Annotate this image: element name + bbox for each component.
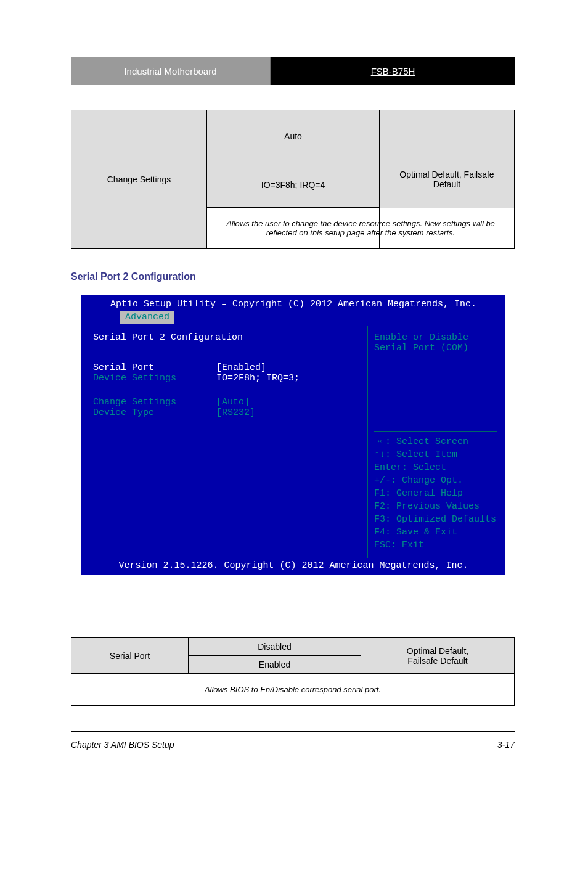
bios-item-value: [RS232] — [216, 407, 255, 418]
table1-description: Allows the user to change the device res… — [207, 208, 515, 249]
bios-item-label: Serial Port — [93, 362, 216, 373]
bios-tab-advanced[interactable]: Advanced — [120, 311, 174, 324]
bios-screen: Aptio Setup Utility – Copyright (C) 2012… — [81, 295, 505, 575]
bios-footer: Version 2.15.1226. Copyright (C) 2012 Am… — [83, 558, 504, 573]
page-header: Industrial Motherboard FSB-B75H — [71, 57, 515, 85]
bios-item-label: Device Type — [93, 407, 216, 418]
header-right-label: FSB-B75H — [271, 57, 515, 85]
bios-key-line: F2: Previous Values — [374, 500, 497, 513]
table2-setting-name: Serial Port — [71, 638, 189, 674]
footer-chapter: Chapter 3 AMI BIOS Setup — [71, 740, 174, 750]
table2-option-disabled: Disabled — [189, 638, 361, 656]
table1-option-auto: Auto — [207, 110, 380, 162]
table2-description: Allows BIOS to En/Disable correspond ser… — [71, 674, 515, 706]
bios-key-line: F3: Optimized Defaults — [374, 513, 497, 526]
section-heading-serial-port-2: Serial Port 2 Configuration — [71, 271, 196, 282]
bios-help-panel: Enable or Disable Serial Port (COM) →←: … — [368, 326, 504, 558]
bios-main-panel: Serial Port 2 Configuration Serial Port … — [83, 326, 368, 558]
bios-item-value: [Enabled] — [216, 362, 266, 373]
bios-key-line: →←: Select Screen — [374, 435, 497, 448]
bios-item-device-settings: Device Settings IO=2F8h; IRQ=3; — [93, 373, 361, 383]
bios-key-line: ESC: Exit — [374, 539, 497, 552]
footer-page-number: 3-17 — [497, 740, 515, 750]
header-left-label: Industrial Motherboard — [71, 57, 271, 85]
settings-table-1: Change Settings Auto Optimal Default, Fa… — [71, 110, 515, 249]
bios-tabs: Advanced — [83, 311, 504, 326]
table1-setting-name: Change Settings — [71, 110, 207, 249]
bios-key-line: Enter: Select — [374, 461, 497, 474]
bios-help-text: Enable or Disable Serial Port (COM) — [374, 332, 497, 431]
bios-item-value: [Auto] — [216, 397, 250, 407]
bios-item-serial-port[interactable]: Serial Port [Enabled] — [93, 362, 361, 373]
table2-default-label: Optimal Default,Failsafe Default — [361, 638, 515, 674]
bios-item-device-type[interactable]: Device Type [RS232] — [93, 407, 361, 418]
bios-item-value: IO=2F8h; IRQ=3; — [216, 373, 300, 383]
bios-item-label: Device Settings — [93, 373, 216, 383]
bios-key-line: F4: Save & Exit — [374, 526, 497, 539]
bios-key-line: ↑↓: Select Item — [374, 448, 497, 461]
table2-option-enabled: Enabled — [189, 656, 361, 674]
bios-key-legend: →←: Select Screen ↑↓: Select Item Enter:… — [374, 431, 497, 552]
settings-table-2: Serial Port Disabled Optimal Default,Fai… — [71, 637, 515, 706]
bios-item-change-settings[interactable]: Change Settings [Auto] — [93, 397, 361, 407]
bios-item-label: Change Settings — [93, 397, 216, 407]
footer-divider — [71, 731, 515, 732]
bios-key-line: F1: General Help — [374, 487, 497, 500]
bios-title: Aptio Setup Utility – Copyright (C) 2012… — [83, 297, 504, 311]
bios-panel-heading: Serial Port 2 Configuration — [93, 332, 361, 343]
table1-option-fixed: IO=3F8h; IRQ=4 — [207, 162, 380, 208]
bios-key-line: +/-: Change Opt. — [374, 474, 497, 487]
